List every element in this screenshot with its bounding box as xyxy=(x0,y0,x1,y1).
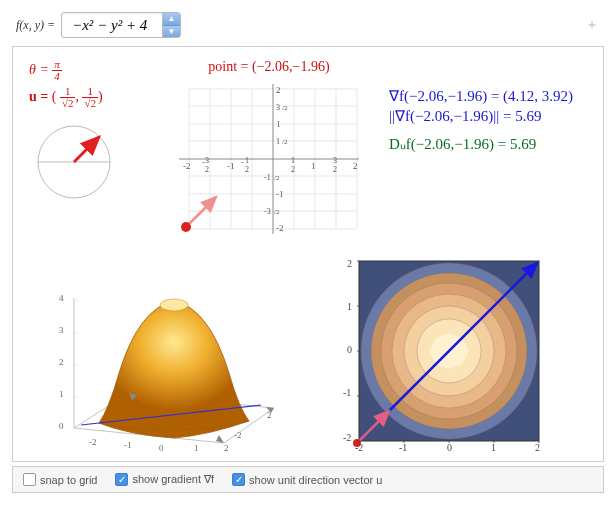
theta-column: θ = π4 u = ( 1√2, 1√2) xyxy=(29,59,149,243)
svg-text:-1: -1 xyxy=(343,387,351,398)
snap-checkbox[interactable]: snap to grid xyxy=(23,473,97,486)
svg-text:1: 1 xyxy=(276,119,281,129)
svg-text:0: 0 xyxy=(347,344,352,355)
svg-text:0: 0 xyxy=(159,443,164,453)
gradient-checkbox[interactable]: ✓ show gradient ∇f xyxy=(115,473,214,486)
u-vector-label: u = ( 1√2, 1√2) xyxy=(29,86,149,109)
function-dropdown[interactable]: −x² − y² + 4 ▲ ▼ xyxy=(61,12,181,38)
theta-label: θ = π4 xyxy=(29,59,149,82)
svg-text:2: 2 xyxy=(353,161,358,171)
svg-text:-1: -1 xyxy=(227,161,235,171)
svg-line-48 xyxy=(186,197,216,227)
fxy-label: f(x, y) = xyxy=(16,18,55,33)
bottom-controls: snap to grid ✓ show gradient ∇f ✓ show u… xyxy=(12,466,604,493)
svg-text:-2: -2 xyxy=(234,430,242,440)
point-label: point = (−2.06,−1.96) xyxy=(169,59,369,75)
svg-text:2: 2 xyxy=(276,85,281,95)
gradient-value: ∇f(−2.06,−1.96) = (4.12, 3.92) xyxy=(389,87,587,105)
svg-text:1: 1 xyxy=(59,389,64,399)
svg-text:0: 0 xyxy=(447,442,452,453)
snap-label: snap to grid xyxy=(40,474,97,486)
svg-text:2: 2 xyxy=(224,443,229,453)
checkbox-icon: ✓ xyxy=(232,473,245,486)
svg-point-49 xyxy=(181,222,191,232)
svg-text:1: 1 xyxy=(311,161,316,171)
function-spinner[interactable]: ▲ ▼ xyxy=(162,13,180,37)
svg-text:/2: /2 xyxy=(282,138,288,146)
svg-text:/2: /2 xyxy=(282,104,288,112)
gradient-norm: ||∇f(−2.06,−1.96)|| = 5.69 xyxy=(389,107,587,125)
xy-grid-plot[interactable]: -2-1 12 21 -1-2 - 32 12 - 12 32 3/2 1/2 … xyxy=(169,79,359,239)
svg-text:2: 2 xyxy=(535,442,540,453)
svg-text:3: 3 xyxy=(205,156,209,165)
svg-text:1: 1 xyxy=(245,156,249,165)
grid-column: point = (−2.06,−1.96) -2-1 12 xyxy=(169,59,369,243)
svg-text:2: 2 xyxy=(59,357,64,367)
svg-text:1: 1 xyxy=(194,443,199,453)
contour-plot[interactable]: 21 0-1-2 -2-1 012 xyxy=(329,253,569,453)
svg-text:-2: -2 xyxy=(276,223,284,233)
svg-text:/2: /2 xyxy=(274,174,280,182)
unitvec-label: show unit direction vector u xyxy=(249,474,382,486)
svg-marker-71 xyxy=(216,435,224,443)
svg-text:-1: -1 xyxy=(124,440,132,450)
svg-text:2: 2 xyxy=(333,165,337,174)
svg-text:3: 3 xyxy=(276,103,280,112)
svg-line-3 xyxy=(74,137,99,162)
gradient-label: show gradient ∇f xyxy=(132,473,214,486)
svg-text:1: 1 xyxy=(491,442,496,453)
svg-text:1: 1 xyxy=(347,301,352,312)
svg-text:2: 2 xyxy=(347,258,352,269)
main-panel: θ = π4 u = ( 1√2, 1√2) point = (−2.06,−1… xyxy=(12,46,604,462)
surface-3d-plot[interactable]: 43 21 0 -2-1 012 -22 xyxy=(29,253,299,453)
svg-text:-1: -1 xyxy=(276,189,284,199)
svg-text:-2: -2 xyxy=(89,437,97,447)
svg-text:-2: -2 xyxy=(183,161,191,171)
spinner-up-icon[interactable]: ▲ xyxy=(163,13,180,26)
function-value: −x² − y² + 4 xyxy=(62,13,162,37)
svg-text:3: 3 xyxy=(333,156,337,165)
svg-text:2: 2 xyxy=(205,165,209,174)
svg-text:4: 4 xyxy=(59,293,64,303)
svg-text:-1: -1 xyxy=(264,173,271,182)
directional-derivative: Dᵤf(−2.06,−1.96) = 5.69 xyxy=(389,135,587,153)
svg-text:2: 2 xyxy=(245,165,249,174)
svg-text:2: 2 xyxy=(291,165,295,174)
info-column: ∇f(−2.06,−1.96) = (4.12, 3.92) ||∇f(−2.0… xyxy=(389,59,587,243)
svg-text:3: 3 xyxy=(59,325,64,335)
svg-text:1: 1 xyxy=(276,137,280,146)
svg-text:-2: -2 xyxy=(343,432,351,443)
svg-text:-3: -3 xyxy=(264,207,271,216)
checkbox-icon: ✓ xyxy=(115,473,128,486)
svg-text:/2: /2 xyxy=(274,208,280,216)
svg-point-67 xyxy=(160,299,188,311)
unitvec-checkbox[interactable]: ✓ show unit direction vector u xyxy=(232,473,382,486)
svg-text:0: 0 xyxy=(59,421,64,431)
svg-text:-2: -2 xyxy=(355,442,363,453)
svg-text:-1: -1 xyxy=(399,442,407,453)
svg-text:-: - xyxy=(241,158,244,167)
spinner-down-icon[interactable]: ▼ xyxy=(163,26,180,38)
svg-text:1: 1 xyxy=(291,156,295,165)
unit-circle-plot[interactable] xyxy=(29,117,149,211)
checkbox-icon xyxy=(23,473,36,486)
plus-icon[interactable]: ＋ xyxy=(584,17,600,33)
